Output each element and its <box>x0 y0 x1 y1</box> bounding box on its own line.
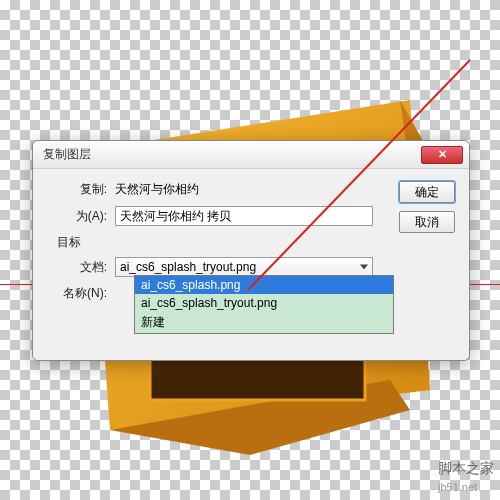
close-icon: ✕ <box>438 148 447 161</box>
document-label: 文档: <box>47 259 107 276</box>
document-select[interactable]: ai_cs6_splash_tryout.png <box>115 257 373 277</box>
as-input[interactable] <box>115 206 373 226</box>
dropdown-option-new[interactable]: 新建 <box>135 312 393 333</box>
close-button[interactable]: ✕ <box>421 146 463 164</box>
watermark-url: jb51.net <box>438 481 477 493</box>
chevron-down-icon <box>360 265 368 270</box>
target-section-label: 目标 <box>57 234 455 251</box>
name-label: 名称(N): <box>47 285 107 302</box>
document-select-value: ai_cs6_splash_tryout.png <box>120 260 256 274</box>
watermark: 脚本之家 jb51.net <box>438 460 494 494</box>
dialog-title: 复制图层 <box>43 146 421 163</box>
dialog-buttons: 确定 取消 <box>399 181 455 233</box>
as-label: 为(A): <box>47 208 107 225</box>
document-dropdown-list: ai_cs6_splash.png ai_cs6_splash_tryout.p… <box>134 275 394 334</box>
dropdown-option[interactable]: ai_cs6_splash_tryout.png <box>135 294 393 312</box>
dialog-titlebar[interactable]: 复制图层 ✕ <box>33 141 469 169</box>
copy-label: 复制: <box>47 181 107 198</box>
dropdown-option-selected[interactable]: ai_cs6_splash.png <box>135 276 393 294</box>
dialog-body: 复制: 天然河与你相约 为(A): 目标 文档: ai_cs6_splash_t… <box>33 169 469 360</box>
copy-layer-dialog: 复制图层 ✕ 复制: 天然河与你相约 为(A): 目标 文档: ai_cs6_s… <box>32 140 470 361</box>
ok-button[interactable]: 确定 <box>399 181 455 203</box>
watermark-text: 脚本之家 <box>438 460 494 476</box>
cancel-button[interactable]: 取消 <box>399 211 455 233</box>
